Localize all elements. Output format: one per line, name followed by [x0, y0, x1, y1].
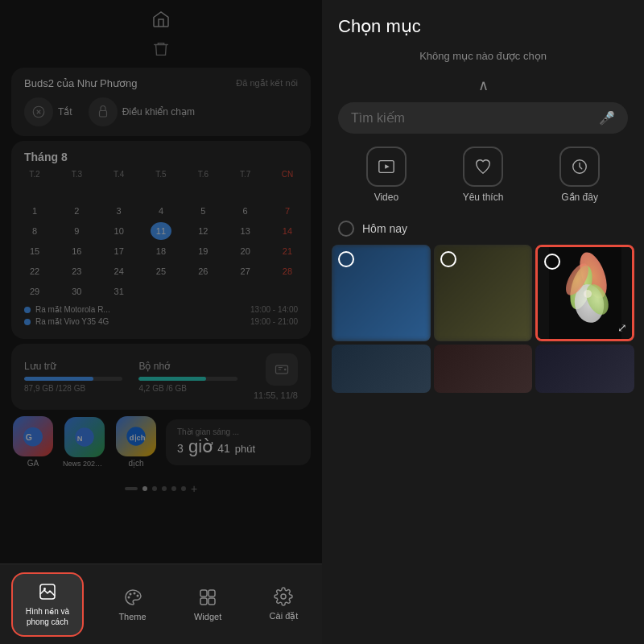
page-dots: + [0, 474, 322, 503]
app-news-icon: N [64, 417, 105, 457]
section-today: Hôm nay [322, 216, 644, 245]
cal-day-mon: T.2 [24, 170, 45, 179]
app-translate-label: dịch [128, 459, 143, 468]
svg-text:dịch: dịch [130, 434, 146, 442]
home-icon[interactable] [151, 10, 171, 29]
cal-month-label: Tháng 8 [24, 151, 298, 163]
bt-off-icon [24, 97, 53, 126]
weather-widget: Thời gian sáng ... 3 giờ 41 phút [166, 419, 311, 465]
nav-settings[interactable]: Cài đặt [257, 579, 312, 630]
cal-day-wed: T.4 [109, 170, 130, 179]
trash-icon[interactable] [152, 40, 170, 58]
weather-minutes: 41 [217, 442, 230, 455]
cal-event-1: Ra mắt Motorola R... 13:00 - 14:00 [24, 305, 298, 314]
bluetooth-card: Buds2 của Như Phương Đã ngắt kết nối Tắt [11, 68, 311, 136]
bottom-cell-3[interactable] [535, 345, 634, 393]
widget-icon [198, 588, 217, 607]
nav-wallpaper-label: Hình nền vàphong cách [26, 606, 69, 627]
cal-day-sun: CN [277, 170, 298, 179]
bt-off-label: Tắt [58, 106, 72, 118]
svg-rect-18 [208, 598, 215, 605]
weather-unit: phút [235, 443, 255, 455]
storage-icon[interactable] [266, 353, 298, 386]
app-ga[interactable]: G GA [11, 416, 55, 468]
recent-icon [559, 147, 600, 187]
media-cell-3-selected[interactable]: ⤢ [535, 245, 634, 341]
svg-rect-16 [208, 590, 215, 597]
app-translate[interactable]: dịch dịch [114, 416, 158, 468]
media-grid: ⤢ [322, 245, 644, 341]
section-today-label: Hôm nay [362, 222, 407, 235]
right-panel-title: Chọn mục [338, 16, 628, 37]
dot-3 [162, 486, 167, 491]
cal-row-6: 29 30 31 [24, 283, 298, 300]
cal-row-4: 15 16 17 18 19 20 21 [24, 242, 298, 260]
nav-settings-label: Cài đặt [270, 611, 299, 621]
media-cell-1[interactable] [332, 245, 431, 341]
app-ga-label: GA [27, 459, 39, 468]
bottom-cell-2[interactable] [434, 345, 533, 393]
storage-size: 87,9 GB /128 GB [24, 384, 122, 393]
bt-touch-action[interactable]: Điều khiển chạm [89, 97, 195, 126]
calendar-card: Tháng 8 T.2 T.3 T.4 T.5 T.6 T.7 CN 1 2 3… [11, 141, 311, 339]
nav-theme-label: Theme [118, 612, 146, 621]
collapse-button[interactable]: ∧ [322, 76, 644, 94]
nav-widget-label: Widget [194, 612, 221, 621]
category-favorites[interactable]: Yêu thích [463, 147, 504, 203]
nav-widget[interactable]: Widget [181, 580, 234, 630]
media-cell-2[interactable] [434, 245, 533, 341]
dot-plus[interactable]: + [191, 482, 197, 495]
ram-item: Bộ nhớ 4,2 GB /6 GB [138, 361, 237, 393]
bt-off-action[interactable]: Tắt [24, 97, 72, 126]
app-news-label: News 2021 report [63, 460, 106, 468]
svg-rect-1 [99, 111, 106, 118]
bt-status: Đã ngắt kết nối [236, 78, 298, 89]
bottom-cell-1[interactable] [332, 345, 431, 393]
svg-point-12 [129, 592, 131, 595]
svg-point-13 [133, 592, 135, 594]
cal-events: Ra mắt Motorola R... 13:00 - 14:00 Ra mắ… [24, 305, 298, 326]
app-news[interactable]: N News 2021 report [63, 417, 106, 468]
svg-text:N: N [77, 434, 83, 442]
dot-4 [171, 486, 176, 491]
ram-label: Bộ nhớ [138, 361, 237, 372]
cal-day-tue: T.3 [66, 170, 87, 179]
weather-hours: 3 [177, 442, 184, 455]
dot-line [125, 487, 138, 490]
category-recent[interactable]: Gần đây [559, 147, 600, 203]
cell-select-2 [440, 251, 456, 267]
app-row: G GA N News 2021 report dịch dịch Thời g… [11, 416, 311, 468]
mic-icon[interactable]: 🎤 [599, 110, 615, 126]
cal-event-2: Ra mắt Vivo Y35 4G 19:00 - 21:00 [24, 317, 298, 326]
right-header: Chọn mục Không mục nào được chọn [322, 0, 644, 76]
wallpaper-icon [38, 582, 57, 601]
bt-device-name: Buds2 của Như Phương [24, 77, 137, 89]
search-bar[interactable]: Tìm kiếm 🎤 [338, 102, 628, 134]
svg-rect-15 [200, 590, 207, 597]
nav-theme[interactable]: Theme [105, 580, 159, 630]
svg-text:G: G [26, 432, 32, 442]
app-ga-icon: G [13, 416, 53, 456]
settings-icon [274, 587, 293, 606]
cal-day-fri: T.6 [192, 170, 213, 179]
cal-day-thu: T.5 [151, 170, 171, 179]
right-panel: Chọn mục Không mục nào được chọn ∧ Tìm k… [322, 0, 644, 644]
favorites-icon [463, 147, 503, 187]
cal-week-header: T.2 T.3 T.4 T.5 T.6 T.7 CN [24, 170, 298, 179]
chevron-up-icon: ∧ [478, 76, 489, 94]
video-label: Video [374, 192, 398, 203]
storage-item: Lưu trữ 87,9 GB /128 GB [24, 361, 122, 393]
bottom-grid [322, 341, 644, 393]
nav-wallpaper[interactable]: Hình nền vàphong cách [11, 572, 84, 637]
cal-row-2: 1 2 3 4 5 6 7 [24, 202, 298, 220]
expand-icon[interactable]: ⤢ [617, 321, 627, 334]
dot-5 [181, 486, 186, 491]
cal-row-3: 8 9 10 11 12 13 14 [24, 222, 298, 240]
category-video[interactable]: Video [366, 147, 407, 203]
no-selection-label: Không mục nào được chọn [338, 50, 628, 62]
bottom-nav: Hình nền vàphong cách Theme [0, 564, 322, 644]
bt-touch-icon [89, 97, 118, 126]
bt-touch-label: Điều khiển chạm [122, 106, 195, 118]
cal-row-5: 22 23 24 25 26 27 28 [24, 262, 298, 280]
svg-point-14 [136, 594, 138, 597]
